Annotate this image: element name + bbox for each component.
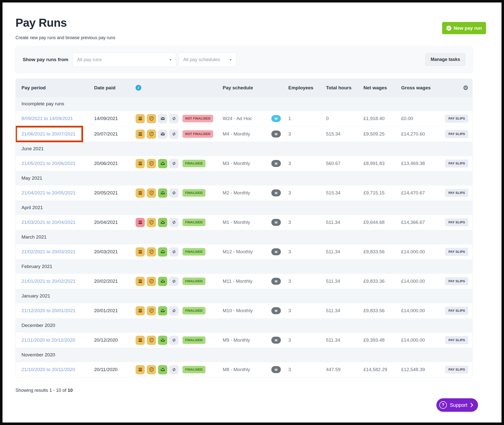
pay-slips-button[interactable]: PAY SLIPS bbox=[445, 218, 468, 226]
gross-wages-value: £13,469.38 bbox=[401, 161, 443, 166]
row-status-icons bbox=[136, 365, 182, 374]
status-badge: FINALISED bbox=[182, 307, 205, 314]
status-badge: FINALISED bbox=[182, 278, 205, 285]
envelope-icon bbox=[158, 336, 167, 345]
envelope-icon bbox=[158, 306, 167, 315]
payslip-icon bbox=[136, 114, 145, 123]
pay-period-link[interactable]: 21/11/2020 to 20/12/2020 bbox=[21, 337, 75, 343]
chevron-right-icon bbox=[470, 403, 473, 407]
net-wages-value: £9,833.36 bbox=[363, 279, 401, 284]
pay-runs-filter-dropdown[interactable]: All pay runs ▾ bbox=[72, 52, 176, 67]
row-status-icons bbox=[136, 306, 182, 315]
envelope-icon bbox=[158, 277, 167, 286]
date-paid-value: 20/07/2021 bbox=[94, 131, 136, 137]
employees-value: 3 bbox=[288, 220, 326, 225]
net-wages-value: £9,509.25 bbox=[363, 131, 401, 137]
envelope-icon bbox=[158, 365, 167, 374]
table-row: 21/04/2021 to 20/05/2021 20/05/2021 bbox=[16, 185, 472, 201]
employees-value: 3 bbox=[288, 308, 326, 313]
pay-period-link[interactable]: 21/02/2021 to 20/03/2021 bbox=[21, 249, 76, 254]
pay-period-link[interactable]: 21/10/2020 to 20/11/2020 bbox=[21, 367, 75, 372]
pay-slips-button[interactable]: PAY SLIPS bbox=[445, 248, 468, 256]
pay-schedules-filter-dropdown[interactable]: All pay schedules ▾ bbox=[178, 52, 236, 67]
total-hours-value: 515.34 bbox=[326, 190, 363, 196]
status-badge: FINALISED bbox=[182, 189, 205, 197]
pay-period-link[interactable]: 21/06/2021 to 20/07/2021 bbox=[21, 131, 76, 137]
pay-schedule-value: W24 - Ad Hoc bbox=[223, 116, 271, 121]
envelope-icon bbox=[158, 130, 167, 139]
pay-slips-button[interactable]: PAY SLIPS bbox=[445, 336, 468, 344]
pay-schedule-value: M10 - Monthly bbox=[223, 308, 271, 313]
pay-runs-filter-value: All pay runs bbox=[77, 57, 102, 62]
pay-period-link[interactable]: 8/09/2021 to 14/09/2021 bbox=[21, 116, 73, 121]
total-hours-value: 0 bbox=[326, 116, 363, 121]
status-badge: FINALISED bbox=[182, 366, 205, 373]
pay-schedules-filter-value: All pay schedules bbox=[183, 57, 220, 62]
column-header-employees: Employees bbox=[288, 85, 326, 91]
pay-slips-button[interactable]: PAY SLIPS bbox=[445, 130, 468, 138]
schedule-letter-badge: M bbox=[271, 131, 281, 138]
net-wages-value: £9,644.68 bbox=[363, 220, 401, 225]
pay-schedule-value: M11 - Monthly bbox=[223, 279, 271, 284]
pay-slips-button[interactable]: PAY SLIPS bbox=[445, 277, 468, 285]
gross-wages-value: £14,470.67 bbox=[401, 190, 443, 196]
pay-slips-button[interactable]: PAY SLIPS bbox=[445, 307, 468, 315]
pay-period-link[interactable]: 21/12/2020 to 20/01/2021 bbox=[21, 308, 76, 313]
pay-slips-button[interactable]: PAY SLIPS bbox=[445, 366, 468, 374]
total-hours-value: 511.34 bbox=[326, 220, 363, 225]
table-row: 21/05/2021 to 20/06/2021 20/06/2021 bbox=[16, 156, 472, 171]
payslip-icon bbox=[136, 365, 145, 374]
sync-icon bbox=[169, 114, 178, 123]
pay-period-link[interactable]: 21/01/2021 to 20/02/2021 bbox=[21, 279, 76, 284]
plus-circle-icon: + bbox=[446, 26, 451, 31]
manage-tasks-button[interactable]: Manage tasks bbox=[425, 53, 465, 66]
row-status-icons bbox=[136, 218, 182, 227]
schedule-letter-badge: W bbox=[271, 115, 281, 122]
info-icon[interactable]: i bbox=[136, 85, 141, 91]
page-title: Pay Runs bbox=[15, 16, 486, 29]
support-button[interactable]: ? Support bbox=[436, 398, 478, 412]
employees-value: 3 bbox=[288, 337, 326, 343]
pay-slips-button[interactable]: PAY SLIPS bbox=[445, 189, 468, 197]
table-section-row: December 2020 bbox=[16, 318, 472, 332]
envelope-icon bbox=[158, 188, 167, 198]
table-header-row: Pay period Date paid i Pay schedule Empl… bbox=[16, 79, 472, 97]
shield-icon bbox=[147, 114, 156, 123]
date-paid-value: 20/11/2020 bbox=[94, 367, 136, 372]
gross-wages-value: £14,000.00 bbox=[401, 337, 443, 343]
payslip-icon bbox=[136, 159, 145, 168]
new-pay-run-button[interactable]: + New pay run bbox=[442, 22, 486, 34]
table-row: 21/03/2021 to 20/04/2021 20/04/2021 bbox=[16, 215, 472, 230]
gear-icon[interactable]: ⚙ bbox=[463, 85, 468, 91]
column-header-pay-schedule: Pay schedule bbox=[223, 85, 271, 91]
net-wages-value: £9,393.48 bbox=[363, 337, 401, 343]
total-hours-value: 515.34 bbox=[326, 131, 363, 137]
total-hours-value: 447.59 bbox=[326, 367, 363, 372]
schedule-letter-badge: M bbox=[271, 248, 281, 255]
schedule-letter-badge: M bbox=[271, 219, 281, 226]
table-section-row: May 2021 bbox=[16, 171, 472, 185]
pay-slips-button[interactable]: PAY SLIPS bbox=[445, 115, 468, 123]
shield-icon bbox=[147, 218, 156, 227]
date-paid-value: 14/09/2021 bbox=[94, 116, 136, 121]
sync-icon bbox=[169, 247, 178, 257]
pay-slips-button[interactable]: PAY SLIPS bbox=[445, 159, 468, 167]
status-badge: FINALISED bbox=[182, 219, 205, 226]
column-header-date-paid: Date paid bbox=[94, 85, 136, 91]
shield-icon bbox=[147, 336, 156, 345]
pay-schedule-value: M3 - Monthly bbox=[223, 161, 271, 166]
pay-period-link[interactable]: 21/04/2021 to 20/05/2021 bbox=[21, 190, 76, 195]
column-header-gross-wages: Gross wages bbox=[401, 85, 443, 91]
table-row: 21/01/2021 to 20/02/2021 20/02/2021 bbox=[16, 274, 472, 289]
table-section-row: April 2021 bbox=[16, 201, 472, 215]
column-header-net-wages: Net wages bbox=[363, 85, 401, 91]
employees-value: 3 bbox=[288, 279, 326, 284]
pay-runs-page: Pay Runs Create new pay runs and browse … bbox=[0, 0, 504, 425]
payslip-icon bbox=[136, 188, 145, 198]
pay-period-link[interactable]: 21/03/2021 to 20/04/2021 bbox=[21, 220, 76, 225]
row-status-icons bbox=[136, 247, 182, 257]
pay-period-link[interactable]: 21/05/2021 to 20/06/2021 bbox=[21, 161, 76, 166]
sync-icon bbox=[169, 306, 178, 315]
support-label: Support bbox=[450, 402, 467, 408]
total-hours-value: 511.34 bbox=[326, 337, 363, 343]
